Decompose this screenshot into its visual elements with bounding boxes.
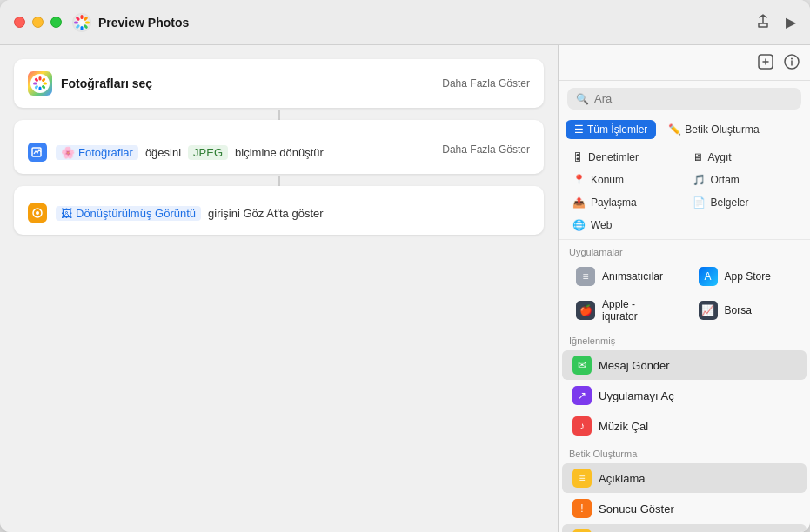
svg-rect-10 xyxy=(39,76,42,81)
step2-middle: öğesini xyxy=(145,146,181,159)
step2-content: 🌸 Fotoğraflar öğesini JPEG biçimine dönü… xyxy=(28,137,530,162)
sidebar-info-icon[interactable] xyxy=(784,54,800,73)
cat-paylasma-icon: 📤 xyxy=(572,196,586,209)
svg-point-20 xyxy=(36,211,39,215)
traffic-lights xyxy=(14,17,62,28)
cat-denetimler[interactable]: 🎛 Denetimler xyxy=(566,147,684,168)
svg-rect-5 xyxy=(81,26,84,30)
muzik-cal-label: Müzik Çal xyxy=(599,420,648,433)
tab-betik-label: Betik Oluşturma xyxy=(685,123,759,136)
sidebar-item-mesaj-gonder[interactable]: ✉ Mesaj Gönder xyxy=(562,350,807,380)
step2-icon xyxy=(28,143,47,162)
tab-tum-icon: ☰ xyxy=(574,123,584,136)
cat-denetimler-icon: 🎛 xyxy=(572,151,583,163)
sidebar-item-muzik-cal[interactable]: ♪ Müzik Çal xyxy=(562,411,807,441)
workflow-step-2: 🌸 Fotoğraflar öğesini JPEG biçimine dönü… xyxy=(14,120,544,174)
step3-token1-icon: 🖼 xyxy=(61,207,72,220)
cat-paylasma[interactable]: 📤 Paylaşma xyxy=(566,192,684,213)
share-icon[interactable] xyxy=(756,14,770,31)
sidebar-item-aciklama[interactable]: ≡ Açıklama xyxy=(562,463,807,493)
aciklama-icon: ≡ xyxy=(572,469,592,488)
sonucu-goster-icon: ! xyxy=(572,499,592,518)
step2-token1-icon: 🌸 xyxy=(61,146,75,159)
step1-title: Fotoğrafları seç xyxy=(61,76,152,90)
svg-rect-3 xyxy=(85,21,90,23)
cat-belgeler[interactable]: 📄 Belgeler xyxy=(686,192,804,213)
search-bar[interactable]: 🔍 xyxy=(567,88,801,110)
svg-rect-7 xyxy=(74,21,78,23)
sidebar-item-apple[interactable]: 🍎 Apple - iqurator xyxy=(566,293,681,328)
cat-konum-icon: 📍 xyxy=(572,174,586,186)
step3-icon xyxy=(28,203,47,223)
step2-token2[interactable]: JPEG xyxy=(188,145,228,160)
cat-web[interactable]: 🌐 Web xyxy=(566,215,684,236)
main-window: Preview Photos ▶ xyxy=(0,0,810,532)
sidebar-item-uygulamayi-ac[interactable]: ↗ Uygulamayı Aç xyxy=(562,381,807,410)
category-tabs: ☰ Tüm İşlemler ✏️ Betik Oluşturma xyxy=(559,116,810,143)
svg-rect-12 xyxy=(44,83,48,85)
step1-more[interactable]: Daha Fazla Göster xyxy=(442,77,530,90)
mesaj-gonder-icon: ✉ xyxy=(572,356,592,375)
step1-left: Fotoğrafları seç xyxy=(28,71,152,96)
app-icon xyxy=(72,13,91,32)
animsaticilar-icon: ≡ xyxy=(576,267,595,286)
fullscreen-button[interactable] xyxy=(50,17,62,28)
cat-belgeler-icon: 📄 xyxy=(693,196,706,209)
sidebar: 🔍 ☰ Tüm İşlemler ✏️ Betik Oluşturma 🎛 De xyxy=(558,45,810,532)
titlebar-actions: ▶ xyxy=(756,14,796,31)
workflow-step-1: Fotoğrafları seç Daha Fazla Göster xyxy=(14,59,544,108)
tab-betik[interactable]: ✏️ Betik Oluşturma xyxy=(659,120,767,139)
step2-token1[interactable]: 🌸 Fotoğraflar xyxy=(56,145,138,160)
step3-body: 🖼 Dönüştürülmüş Görüntü girişini Göz At'… xyxy=(28,203,530,223)
close-button[interactable] xyxy=(14,17,25,28)
step3-middle: girişini Göz At'ta göster xyxy=(208,207,324,220)
minimize-button[interactable] xyxy=(32,17,44,28)
uygulamayi-ac-label: Uygulamayı Aç xyxy=(599,389,674,402)
cat-aygit[interactable]: 🖥 Aygıt xyxy=(686,147,804,168)
section-ignelenmiş-label: İğnelenmiş xyxy=(559,329,810,349)
app-store-icon: A xyxy=(699,267,718,286)
muzik-cal-icon: ♪ xyxy=(572,416,592,436)
connector-1 xyxy=(14,110,544,120)
cat-konum[interactable]: 📍 Konum xyxy=(566,170,684,190)
step2-more[interactable]: Daha Fazla Göster xyxy=(442,143,530,156)
step3-token1[interactable]: 🖼 Dönüştürülmüş Görüntü xyxy=(56,206,201,221)
titlebar: Preview Photos ▶ xyxy=(0,0,810,45)
workflow-panel: Fotoğrafları seç Daha Fazla Göster xyxy=(0,45,558,532)
mesaj-gonder-label: Mesaj Gönder xyxy=(599,359,670,372)
apple-icon: 🍎 xyxy=(576,301,595,320)
svg-point-26 xyxy=(791,58,793,60)
sidebar-item-borsa[interactable]: 📈 Borsa xyxy=(688,293,804,328)
tab-betik-icon: ✏️ xyxy=(668,123,681,136)
step1-header: Fotoğrafları seç Daha Fazla Göster xyxy=(28,71,530,96)
svg-rect-1 xyxy=(81,15,84,19)
sidebar-add-icon[interactable] xyxy=(758,54,773,73)
sidebar-item-uyariyi-goster[interactable]: ⚠ Uyarıyı Göster xyxy=(562,524,807,532)
step1-icon xyxy=(28,71,52,96)
borsa-icon: 📈 xyxy=(699,301,718,320)
sidebar-items: Uygulamalar ≡ Anımsatıcılar A App Store … xyxy=(559,240,810,532)
svg-rect-14 xyxy=(39,87,42,91)
search-input[interactable] xyxy=(594,92,793,105)
tab-tum-islemler[interactable]: ☰ Tüm İşlemler xyxy=(566,120,656,139)
window-title: Preview Photos xyxy=(98,16,756,30)
borsa-label: Borsa xyxy=(725,304,752,316)
cat-aygit-icon: 🖥 xyxy=(693,151,703,163)
apple-label: Apple - iqurator xyxy=(602,298,671,323)
cat-ortam-icon: 🎵 xyxy=(693,174,706,186)
workflow-step-3: 🖼 Dönüştürülmüş Görüntü girişini Göz At'… xyxy=(14,186,544,235)
search-icon: 🔍 xyxy=(576,93,589,105)
sidebar-item-app-store[interactable]: A App Store xyxy=(688,262,804,291)
sidebar-item-sonucu-goster[interactable]: ! Sonucu Göster xyxy=(562,494,807,523)
app-store-label: App Store xyxy=(725,270,771,283)
step2-suffix: biçimine dönüştür xyxy=(235,146,324,159)
play-icon[interactable]: ▶ xyxy=(786,14,796,30)
cat-ortam[interactable]: 🎵 Ortam xyxy=(686,170,804,190)
sidebar-item-animsaticilar[interactable]: ≡ Anımsatıcılar xyxy=(566,262,681,291)
sonucu-goster-label: Sonucu Göster xyxy=(599,502,674,515)
aciklama-label: Açıklama xyxy=(599,472,645,485)
uygulamayi-ac-icon: ↗ xyxy=(572,386,592,405)
sidebar-header xyxy=(559,45,810,81)
section-uygulamalar-label: Uygulamalar xyxy=(559,240,810,261)
animsaticilar-label: Anımsatıcılar xyxy=(602,270,663,283)
